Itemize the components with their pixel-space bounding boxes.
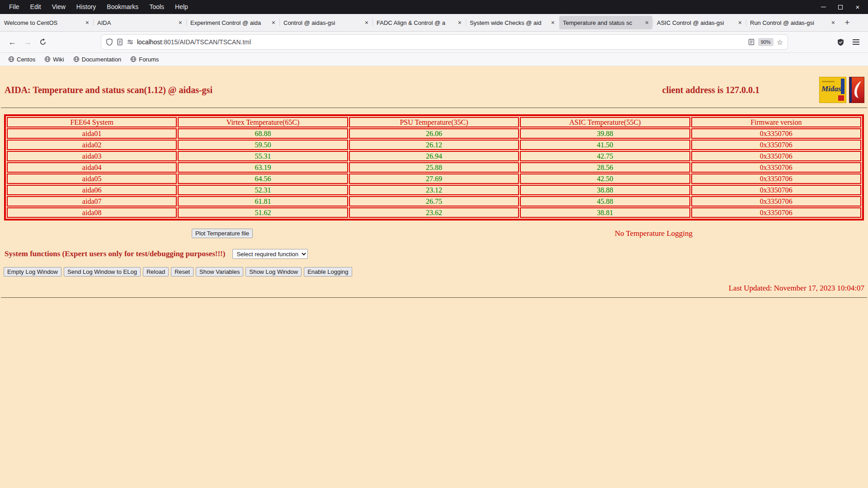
globe-icon [44, 56, 51, 62]
back-button[interactable]: ← [5, 34, 20, 50]
url-bar[interactable]: localhost:8015/AIDA/TSCAN/TSCAN.tml 90% … [101, 35, 788, 49]
bookmark-forums[interactable]: Forums [127, 55, 162, 64]
window-maximize-button[interactable] [837, 4, 844, 10]
window-minimize-button[interactable] [820, 4, 826, 10]
window-menu-bar: File Edit View History Bookmarks Tools H… [0, 0, 868, 14]
tab-welcome-centos[interactable]: Welcome to CentOS × [0, 14, 93, 31]
show-variables-button[interactable]: Show Variables [196, 267, 243, 277]
tab-bar: Welcome to CentOS × AIDA × Experiment Co… [0, 14, 868, 32]
temperature-table: FEE64 System Virtex Temperature(65C) PSU… [4, 114, 864, 221]
logo-group: Midas [819, 77, 865, 103]
virtex-cell: 55.31 [178, 151, 348, 161]
tab-close-icon[interactable]: × [645, 19, 649, 26]
tab-temperature-status-active[interactable]: Temperature and status sc × [559, 16, 652, 29]
system-cell: aida01 [7, 128, 177, 139]
tab-close-icon[interactable]: × [179, 19, 182, 26]
tab-aida[interactable]: AIDA × [93, 14, 186, 31]
tab-close-icon[interactable]: × [272, 19, 275, 26]
virtex-cell: 64.56 [178, 174, 348, 184]
tab-control[interactable]: Control @ aidas-gsi × [279, 14, 373, 31]
reset-button[interactable]: Reset [171, 267, 193, 277]
page-info-icon[interactable] [116, 38, 123, 46]
function-select[interactable]: Select required function [232, 249, 308, 259]
bookmark-star-icon[interactable]: ☆ [777, 38, 783, 47]
menu-help[interactable]: Help [170, 0, 193, 14]
virtex-cell: 59.50 [178, 140, 348, 150]
bookmark-centos[interactable]: Centos [5, 55, 39, 64]
firmware-cell: 0x3350706 [691, 140, 861, 150]
tab-system-wide-checks[interactable]: System wide Checks @ aid × [466, 14, 559, 31]
system-cell: aida07 [7, 196, 177, 206]
table-row: aida05 64.56 27.69 42.50 0x3350706 [7, 174, 861, 184]
firmware-cell: 0x3350706 [691, 196, 861, 206]
tab-experiment-control[interactable]: Experiment Control @ aida × [186, 14, 279, 31]
table-header-row: FEE64 System Virtex Temperature(65C) PSU… [7, 117, 861, 127]
psu-cell: 23.62 [349, 207, 519, 218]
firmware-cell: 0x3350706 [691, 151, 861, 161]
bookmark-documentation[interactable]: Documentation [70, 55, 125, 64]
firmware-cell: 0x3350706 [691, 207, 861, 218]
bookmark-wiki[interactable]: Wiki [41, 55, 68, 64]
psu-cell: 26.75 [349, 196, 519, 206]
menu-view[interactable]: View [47, 0, 71, 14]
menu-tools[interactable]: Tools [144, 0, 170, 14]
tab-close-icon[interactable]: × [365, 19, 368, 26]
system-cell: aida08 [7, 207, 177, 218]
extension-shield-button[interactable] [833, 34, 848, 50]
tracking-protection-shield-icon[interactable] [106, 38, 113, 46]
asic-cell: 39.88 [520, 128, 690, 139]
psu-cell: 23.12 [349, 185, 519, 195]
zoom-level-chip[interactable]: 90% [758, 38, 774, 46]
tab-fadc-align-control[interactable]: FADC Align & Control @ a × [373, 14, 466, 31]
midas-logo[interactable]: Midas [819, 77, 846, 103]
reader-mode-icon[interactable] [748, 38, 755, 46]
tcl-powered-logo[interactable] [849, 77, 864, 103]
asic-cell: 38.81 [520, 207, 690, 218]
tab-close-icon[interactable]: × [831, 19, 835, 26]
col-header-firmware: Firmware version [691, 117, 861, 127]
plot-temperature-file-button[interactable]: Plot Temperature file [192, 229, 253, 238]
show-log-window-button[interactable]: Show Log Window [245, 267, 302, 277]
psu-cell: 26.12 [349, 140, 519, 150]
menu-file[interactable]: File [4, 0, 25, 14]
enable-logging-button[interactable]: Enable Logging [304, 267, 352, 277]
system-cell: aida03 [7, 151, 177, 161]
asic-cell: 41.50 [520, 140, 690, 150]
app-menu-button[interactable] [848, 34, 863, 50]
last-updated-text: Last Updated: November 17, 2023 10:04:07 [0, 284, 868, 293]
table-row: aida08 51.62 23.62 38.81 0x3350706 [7, 207, 861, 218]
permissions-sliders-icon[interactable] [127, 38, 134, 46]
tab-close-icon[interactable]: × [551, 19, 555, 26]
forward-button[interactable]: → [20, 34, 35, 50]
table-row: aida02 59.50 26.12 41.50 0x3350706 [7, 140, 861, 150]
menu-bookmarks[interactable]: Bookmarks [101, 0, 144, 14]
empty-log-window-button[interactable]: Empty Log Window [4, 267, 61, 277]
window-controls: × [820, 4, 868, 10]
tab-close-icon[interactable]: × [458, 19, 462, 26]
reload-icon [39, 38, 47, 46]
temperature-logging-status: No Temperature Logging [615, 229, 693, 238]
tab-run-control[interactable]: Run Control @ aidas-gsi × [746, 14, 839, 31]
menu-history[interactable]: History [71, 0, 102, 14]
address-text[interactable]: localhost:8015/AIDA/TSCAN/TSCAN.tml [137, 38, 745, 46]
reload-page-button[interactable]: Reload [143, 267, 169, 277]
firmware-cell: 0x3350706 [691, 185, 861, 195]
menu-edit[interactable]: Edit [25, 0, 47, 14]
table-row: aida04 63.19 25.88 28.56 0x3350706 [7, 162, 861, 173]
table-row: aida06 52.31 23.12 38.88 0x3350706 [7, 185, 861, 195]
new-tab-button[interactable]: + [839, 14, 855, 31]
log-buttons-row: Empty Log Window Send Log Window to ELog… [0, 267, 868, 277]
col-header-asic: ASIC Temperature(55C) [520, 117, 690, 127]
tab-close-icon[interactable]: × [85, 19, 89, 26]
window-close-button[interactable]: × [854, 4, 861, 10]
tab-close-icon[interactable]: × [738, 19, 742, 26]
globe-icon [8, 56, 14, 62]
page-header: AIDA: Temperature and status scan(1.12) … [0, 66, 868, 108]
reload-button[interactable] [35, 34, 51, 50]
send-log-window-to-elog-button[interactable]: Send Log Window to ELog [64, 267, 141, 277]
firmware-cell: 0x3350706 [691, 174, 861, 184]
table-row: aida07 61.81 26.75 45.88 0x3350706 [7, 196, 861, 206]
tab-asic-control[interactable]: ASIC Control @ aidas-gsi × [653, 14, 746, 31]
psu-cell: 26.94 [349, 151, 519, 161]
virtex-cell: 68.88 [178, 128, 348, 139]
